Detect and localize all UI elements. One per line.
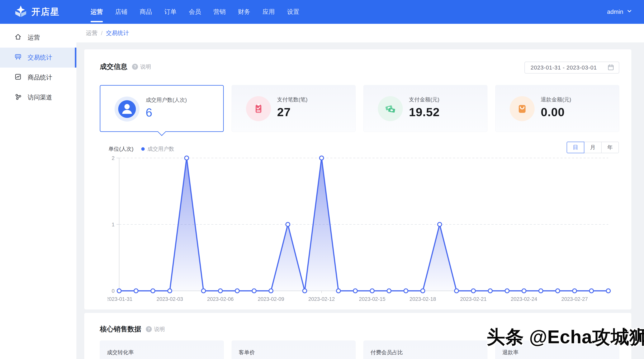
period-tab-month[interactable]: 月 (584, 142, 602, 153)
watermark-text: 头条 @Echa攻城狮 (487, 325, 644, 350)
nav-item-settings[interactable]: 设置 (281, 0, 306, 24)
deal-info-header: 成交信息 ? 说明 (100, 62, 151, 71)
sidebar-item-visit-channels[interactable]: 访问渠道 (0, 88, 76, 108)
breadcrumb-separator: / (101, 30, 102, 37)
breadcrumb-operations[interactable]: 运营 (86, 29, 98, 37)
core-card-avg-order-value[interactable]: 客单价 (232, 340, 356, 359)
chevron-down-icon (626, 8, 632, 16)
sidebar-item-label: 运营 (28, 34, 40, 42)
svg-text:0: 0 (112, 288, 114, 294)
stat-cards-row: 成交用户数(人次) 6 支付笔数(笔) 27 (100, 85, 619, 132)
core-card-label: 客单价 (239, 349, 348, 356)
svg-text:2023-02-27: 2023-02-27 (561, 296, 588, 302)
sidebar-item-operations[interactable]: 运营 (0, 28, 76, 48)
core-card-label: 成交转化率 (107, 349, 217, 356)
help-icon[interactable]: ? (146, 326, 152, 332)
nav-item-operations[interactable]: 运营 (84, 0, 109, 24)
core-sales-title: 核心销售数据 (100, 324, 141, 334)
sidebar-item-label: 交易统计 (28, 53, 52, 62)
core-card-label: 付费会员占比 (370, 349, 480, 356)
nav-item-products[interactable]: 商品 (134, 0, 158, 24)
bag-icon (510, 96, 534, 121)
period-tab-year[interactable]: 年 (601, 142, 619, 153)
core-card-label: 退款率 (502, 349, 612, 356)
svg-text:2023-02-06: 2023-02-06 (207, 296, 234, 302)
main-nav: 运营 店铺 商品 订单 会员 营销 财务 应用 设置 (84, 0, 607, 24)
nav-item-shop[interactable]: 店铺 (109, 0, 134, 24)
stat-card-pay-amount[interactable]: 支付金额(元) 19.52 (364, 85, 488, 132)
chart-box-icon (14, 73, 22, 82)
date-range-picker[interactable]: 2023-01-31 - 2023-03-01 (524, 62, 619, 74)
receipt-icon (246, 96, 271, 121)
svg-text:2023-02-03: 2023-02-03 (156, 296, 183, 302)
trend-chart: 0122023-01-312023-02-032023-02-062023-02… (108, 152, 626, 305)
svg-text:2023-02-18: 2023-02-18 (410, 296, 436, 302)
calendar-icon (607, 64, 614, 71)
selected-card-notch (158, 128, 166, 136)
data-board-icon (14, 53, 22, 62)
top-navbar: 开店星 运营 店铺 商品 订单 会员 营销 财务 应用 设置 admin (0, 0, 644, 24)
home-icon (14, 33, 22, 42)
stat-value: 0.00 (541, 105, 571, 119)
svg-text:2023-01-31: 2023-01-31 (108, 296, 132, 302)
date-range-value: 2023-01-31 - 2023-03-01 (530, 65, 607, 71)
sidebar-item-product-stats[interactable]: 商品统计 (0, 68, 76, 88)
deal-info-panel: 成交信息 ? 说明 2023-01-31 - 2023-03-01 (84, 49, 631, 309)
stat-value: 27 (277, 105, 308, 119)
svg-text:2: 2 (112, 155, 114, 161)
stat-value: 6 (146, 106, 187, 119)
sidebar-item-label: 商品统计 (28, 73, 52, 82)
stat-card-deal-users[interactable]: 成交用户数(人次) 6 (100, 85, 224, 132)
nav-item-orders[interactable]: 订单 (158, 0, 183, 24)
svg-text:2023-02-15: 2023-02-15 (359, 296, 385, 302)
nav-item-finance[interactable]: 财务 (232, 0, 256, 24)
help-label[interactable]: 说明 (154, 325, 165, 333)
stat-card-refund-amount[interactable]: 退款金额(元) 0.00 (495, 85, 619, 132)
stat-value: 19.52 (409, 105, 440, 119)
period-tab-day[interactable]: 日 (567, 142, 584, 153)
main-content: 成交信息 ? 说明 2023-01-31 - 2023-03-01 (76, 43, 644, 359)
svg-text:1: 1 (112, 222, 114, 227)
money-icon (378, 96, 403, 121)
core-card-conversion-rate[interactable]: 成交转化率 (100, 340, 224, 359)
user-icon (114, 97, 140, 122)
svg-text:2023-02-12: 2023-02-12 (308, 296, 335, 302)
sidebar-item-label: 访问渠道 (28, 93, 52, 102)
stat-card-pay-count[interactable]: 支付笔数(笔) 27 (232, 85, 356, 132)
app-title: 开店星 (32, 6, 60, 18)
svg-text:2023-02-21: 2023-02-21 (460, 296, 487, 302)
nav-item-marketing[interactable]: 营销 (207, 0, 232, 24)
stat-label: 退款金额(元) (541, 96, 571, 103)
stat-label: 支付金额(元) (409, 96, 440, 103)
stat-label: 支付笔数(笔) (277, 96, 308, 103)
stat-label: 成交用户数(人次) (146, 96, 187, 104)
username: admin (607, 9, 623, 15)
sidebar: 运营 交易统计 商品统计 访问渠道 (0, 24, 76, 359)
svg-text:2023-02-09: 2023-02-09 (258, 296, 284, 302)
core-sales-header: 核心销售数据 ? 说明 (100, 324, 165, 334)
star-box-icon (14, 5, 27, 19)
period-toggle-group: 日 月 年 (567, 142, 619, 153)
share-nodes-icon (14, 93, 22, 102)
help-label[interactable]: 说明 (140, 63, 151, 71)
user-menu[interactable]: admin (607, 8, 644, 16)
nav-item-apps[interactable]: 应用 (256, 0, 281, 24)
app-logo: 开店星 (0, 5, 76, 19)
nav-item-members[interactable]: 会员 (183, 0, 207, 24)
breadcrumb: 运营 / 交易统计 (76, 24, 644, 43)
svg-text:2023-02-24: 2023-02-24 (511, 296, 537, 302)
core-card-paid-member-ratio[interactable]: 付费会员占比 (364, 340, 488, 359)
legend-dot-icon (141, 147, 145, 151)
help-icon[interactable]: ? (132, 64, 138, 70)
breadcrumb-trade-stats: 交易统计 (106, 29, 129, 37)
sidebar-item-trade-stats[interactable]: 交易统计 (0, 48, 76, 68)
deal-info-title: 成交信息 (100, 62, 128, 71)
